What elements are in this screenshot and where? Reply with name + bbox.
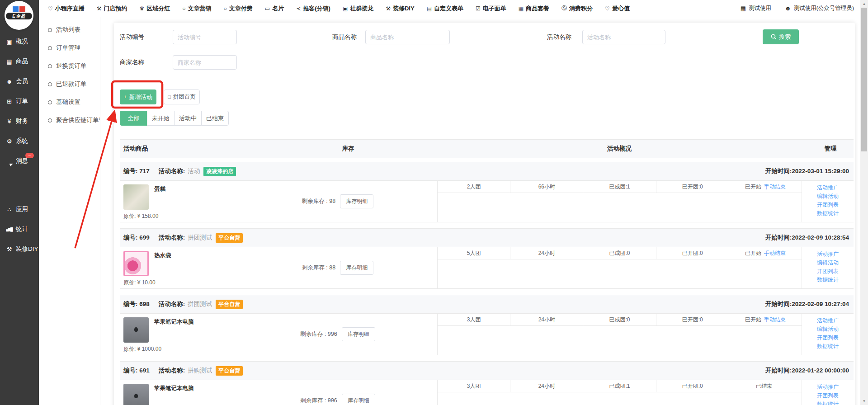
- action-link-open-list[interactable]: 开团列表: [817, 268, 839, 275]
- action-link-promote[interactable]: 活动推广: [817, 250, 839, 258]
- nav-item-miniprogram-live[interactable]: ♡ 小程序直播: [48, 5, 85, 13]
- manage-cell: 活动推广 开团列表 数据统计: [802, 380, 854, 405]
- action-link-edit[interactable]: 编辑活动: [817, 325, 839, 333]
- product-name-input[interactable]: [365, 30, 450, 44]
- nav-item-product-package[interactable]: ▦ 商品套餐: [519, 5, 549, 13]
- nav-item-region-bonus[interactable]: ♛ 区域分红: [140, 5, 170, 13]
- hammer-icon: ⚒: [386, 5, 391, 12]
- sidebar-item-label: 系统: [16, 137, 28, 145]
- nav-label: 文章付费: [229, 5, 253, 13]
- overview-cell-group-size: 3人团: [438, 380, 510, 392]
- shop-badge: 凌凌漆的店: [203, 167, 236, 176]
- grid-icon: ▦: [741, 5, 746, 12]
- activity-id-input[interactable]: [173, 30, 237, 44]
- stock-detail-button[interactable]: 库存明细: [340, 194, 373, 208]
- filter-label-merchant-name: 商家名称: [120, 55, 144, 70]
- gear-icon: ⚙: [6, 138, 13, 145]
- action-link-promote[interactable]: 活动推广: [817, 317, 839, 324]
- nav-item-love-value[interactable]: ♡ 爱心值: [605, 5, 630, 13]
- product-image: [123, 251, 149, 276]
- nav-item-article-pay[interactable]: ○ 文章付费: [224, 5, 253, 13]
- activity-name-label: 活动名称:: [159, 300, 185, 308]
- stock-detail-button[interactable]: 库存明细: [342, 327, 375, 341]
- manual-end-link[interactable]: 手动结束: [764, 250, 786, 257]
- submenu-item-refunded-orders[interactable]: 已退款订单: [39, 75, 100, 93]
- submenu-item-return-orders[interactable]: 退换货订单: [39, 57, 100, 75]
- nav-item-e-waybill[interactable]: ☑ 电子面单: [476, 5, 506, 13]
- activity-name-input[interactable]: [582, 30, 665, 44]
- action-link-edit[interactable]: 编辑活动: [817, 193, 839, 200]
- action-link-promote[interactable]: 活动推广: [817, 184, 839, 191]
- tab-not-started[interactable]: 未开始: [147, 111, 175, 126]
- col-header-overview: 活动概况: [599, 140, 640, 158]
- nav-item-article-marketing[interactable]: ○ 文章营销: [182, 5, 211, 13]
- activity-id: 编号: 691: [123, 367, 150, 375]
- overview-cell-opened: 已开团:0: [656, 247, 729, 259]
- radio-icon: [48, 100, 52, 104]
- action-link-open-list[interactable]: 开团列表: [817, 334, 839, 341]
- nav-item-points[interactable]: Ⓢ 消费积分: [561, 5, 593, 13]
- sidebar-item-orders[interactable]: ⊞ 订单: [0, 91, 39, 111]
- nav-item-decorate-diy[interactable]: ⚒ 装修DIY: [386, 5, 414, 13]
- stock-detail-button[interactable]: 库存明细: [342, 394, 375, 405]
- tab-all[interactable]: 全部: [120, 111, 147, 126]
- sidebar-item-system[interactable]: ⚙ 系统: [0, 131, 39, 151]
- merchant-name-input[interactable]: [173, 55, 237, 70]
- product-cell: 热水袋 原价: ¥ 10.00: [120, 247, 238, 288]
- nav-item-store-booking[interactable]: ⚒ 门店预约: [97, 5, 127, 13]
- submenu-item-order-manage[interactable]: 订单管理: [39, 39, 100, 57]
- overview-cell-completed: 已成团:0: [583, 314, 656, 326]
- user-menu[interactable]: ☻ 测试使用(公众号管理员): [785, 5, 854, 12]
- nav-item-business-card[interactable]: ▭ 名片: [265, 5, 284, 13]
- action-link-open-list[interactable]: 开团列表: [817, 392, 839, 399]
- sidebar-item-diy[interactable]: ⚒ 装修DIY: [0, 239, 39, 259]
- product-name: 蛋糕: [154, 185, 165, 193]
- nav-item-custom-form[interactable]: ▤ 自定义表单: [427, 5, 463, 13]
- scrollbar-thumb[interactable]: [861, 8, 867, 151]
- tab-ended[interactable]: 已结束: [201, 111, 229, 126]
- workspace-menu[interactable]: ▦ 测试使用: [741, 5, 771, 12]
- action-link-stats[interactable]: 数据统计: [817, 210, 839, 217]
- action-link-stats[interactable]: 数据统计: [817, 343, 839, 350]
- sidebar-item-members[interactable]: ☻ 会员: [0, 71, 39, 91]
- submenu-item-supply-chain-orders[interactable]: 聚合供应链订单管: [39, 111, 100, 129]
- group-home-label: 拼团首页: [173, 93, 196, 101]
- nav-label: 商品套餐: [526, 5, 549, 13]
- manual-end-link[interactable]: 手动结束: [764, 316, 786, 324]
- product-name: 热水袋: [154, 252, 171, 259]
- add-activity-button[interactable]: + 新增活动: [120, 89, 156, 104]
- app-logo[interactable]: E企盈: [5, 1, 33, 30]
- action-link-stats[interactable]: 数据统计: [817, 276, 839, 283]
- action-link-edit[interactable]: 编辑活动: [817, 259, 839, 266]
- submenu-item-activity-list[interactable]: 活动列表: [39, 21, 100, 39]
- overview-cell-group-size: 5人团: [438, 247, 510, 259]
- activity-name: 拼团测试: [188, 234, 212, 242]
- activity-name: 拼团测试: [188, 300, 212, 308]
- sidebar-item-finance[interactable]: ¥ 财务: [0, 111, 39, 131]
- action-link-promote[interactable]: 活动推广: [817, 383, 839, 391]
- sidebar-item-overview[interactable]: ▣ 概况: [0, 32, 39, 52]
- sidebar-item-apps[interactable]: ∴ 应用: [0, 199, 39, 219]
- search-button[interactable]: 搜索: [763, 29, 799, 44]
- sidebar-item-label: 装修DIY: [16, 245, 38, 253]
- add-activity-label: 新增活动: [129, 93, 152, 101]
- tab-active[interactable]: 活动中: [174, 111, 202, 126]
- nav-label: 名片: [272, 5, 284, 13]
- sidebar-item-messages[interactable]: 消息 …: [0, 151, 39, 171]
- submenu-item-basic-settings[interactable]: 基础设置: [39, 93, 100, 111]
- table-header: 活动商品 库存 活动概况 管理: [120, 139, 854, 158]
- manual-end-link[interactable]: 手动结束: [764, 183, 786, 191]
- scrollbar-down-arrow[interactable]: ▼: [860, 399, 868, 403]
- action-link-open-list[interactable]: 开团列表: [817, 201, 839, 208]
- submenu-label: 活动列表: [56, 26, 80, 34]
- sidebar-item-stats[interactable]: ▄▆█ 统计: [0, 219, 39, 239]
- overview-cell-completed: 已成团:1: [583, 380, 656, 392]
- nav-item-group-chain[interactable]: ▣ 社群接龙: [343, 5, 373, 13]
- stock-detail-button[interactable]: 库存明细: [340, 261, 373, 275]
- group-home-button[interactable]: □ 拼团首页: [164, 89, 200, 104]
- nav-item-distribution[interactable]: ≺ 推客(分销): [296, 5, 330, 13]
- sidebar-item-goods[interactable]: ▤ 商品: [0, 52, 39, 71]
- main-panel: 活动编号 商品名称 活动名称 商家名称 搜索 + 新增活动 □ 拼团首页 全部 …: [114, 23, 855, 405]
- scrollbar-up-arrow[interactable]: ▲: [860, 2, 868, 6]
- action-link-stats[interactable]: 数据统计: [817, 400, 839, 405]
